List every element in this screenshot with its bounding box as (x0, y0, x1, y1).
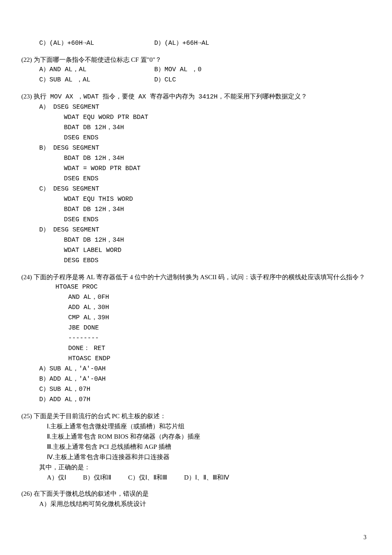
q24-code-l3: ADD AL，30H (21, 303, 371, 313)
q23-c-l4: DSEG ENDS (21, 215, 371, 225)
q22-opt-d: D）CLC (154, 75, 269, 85)
q21-opt-d: D）(AL）+66H→AL (154, 38, 269, 49)
page-number: 3 (363, 533, 366, 542)
q25-s4: Ⅳ.主板上通常包含串口连接器和并口连接器 (21, 452, 371, 462)
q25-number: (25) (21, 413, 32, 419)
q22-opt-c: C）SUB AL ，AL (39, 75, 154, 85)
q25-opt-c: C）仅Ⅰ、Ⅱ和Ⅲ (128, 472, 167, 483)
q26-stem: (26) 在下面关于微机总线的叙述中，错误的是 (21, 489, 371, 499)
q24-number: (24) (21, 274, 32, 280)
q25-s3: Ⅲ.主板上通常包含 PCI 总线插槽和 AGP 插槽 (21, 442, 371, 452)
q23-a-l4: DSEG ENDS (21, 133, 371, 143)
q25-s1: Ⅰ.主板上通常包含微处理插座（或插槽）和芯片组 (21, 421, 371, 431)
q23-d-l1: DESG SEGMENT (53, 226, 99, 234)
q23-c-label: C） (39, 185, 49, 193)
q23-b-l3: WDAT = WORD PTR BDAT (21, 164, 371, 174)
q26-text: 在下面关于微机总线的叙述中，错误的是 (34, 490, 149, 497)
q24-opt-b: B）ADD AL，'A'-0AH (21, 374, 371, 384)
q24-code-l8: HTOASC ENDP (21, 354, 371, 364)
q22-stem: (22) 为下面哪一条指令不能使进位标志 CF 置"0"？ (21, 55, 371, 65)
q23-text: 执行 MOV AX ，WDAT 指令，要使 AX 寄存器中内存为 3412H，不… (34, 93, 307, 101)
q25-text: 下面是关于目前流行的台式 PC 机主板的叙述： (34, 413, 166, 419)
q22-opt-b: B）MOV AL ，0 (154, 65, 269, 75)
q24-text: 下面的子程序是将 AL 寄存器低于 4 位中的十六进制转换为 ASCII 码，试… (34, 274, 366, 280)
q23-stem: (23) 执行 MOV AX ，WDAT 指令，要使 AX 寄存器中内存为 34… (21, 91, 371, 102)
q23-d-l4: DESG EBDS (21, 256, 371, 266)
q23-opt-b: B） DESG SEGMENT (21, 143, 371, 153)
q23-d-l3: WDAT LABEL WORD (21, 246, 371, 256)
q23-a-l2: WDAT EQU WORD PTR BDAT (21, 113, 371, 123)
question-22: (22) 为下面哪一条指令不能使进位标志 CF 置"0"？ A）AND AL，A… (21, 55, 371, 85)
q25-s2: Ⅱ.主板上通常包含 ROM BIOS 和存储器（内存条）插座 (21, 431, 371, 442)
q26-opt-a: A）采用总线结构可简化微机系统设计 (21, 499, 371, 509)
q22-text: 为下面哪一条指令不能使进位标志 CF 置"0"？ (34, 56, 162, 63)
q23-c-l1: DESG SEGMENT (53, 185, 99, 193)
q25-opt-b: B）仅Ⅰ和Ⅱ (83, 472, 111, 483)
q24-code-l7: DONE： RET (21, 344, 371, 354)
q25-opt-d: D）Ⅰ、Ⅱ、Ⅲ和Ⅳ (184, 472, 229, 483)
q23-d-l2: BDAT DB 12H，34H (21, 235, 371, 246)
q23-opt-a: A） DSEG SEGMENT (21, 102, 371, 113)
q24-stem: (24) 下面的子程序是将 AL 寄存器低于 4 位中的十六进制转换为 ASCI… (21, 272, 371, 282)
q23-a-l3: BDAT DB 12H，34H (21, 123, 371, 133)
q23-b-l1: DESG SEGMENT (53, 145, 99, 152)
q23-c-l3: BDAT DB 12H，34H (21, 205, 371, 215)
q24-opt-a: A）SUB AL，'A'-0AH (21, 364, 371, 374)
q24-code-l2: AND AL，0FH (21, 292, 371, 303)
q25-stem: (25) 下面是关于目前流行的台式 PC 机主板的叙述： (21, 411, 371, 421)
q23-b-l2: BDAT DB 12H，34H (21, 153, 371, 164)
question-24: (24) 下面的子程序是将 AL 寄存器低于 4 位中的十六进制转换为 ASCI… (21, 272, 371, 405)
question-23: (23) 执行 MOV AX ，WDAT 指令，要使 AX 寄存器中内存为 34… (21, 91, 371, 266)
q22-opt-a: A）AND AL，AL (39, 65, 154, 75)
q23-b-label: B） (39, 145, 49, 152)
q23-number: (23) (21, 93, 32, 100)
q23-d-label: D） (39, 226, 49, 234)
q22-row-cd: C）SUB AL ，AL D）CLC (21, 75, 371, 85)
q25-correct: 其中，正确的是： (21, 462, 371, 472)
q23-c-l2: WDAT EQU THIS WORD (21, 194, 371, 205)
question-26: (26) 在下面关于微机总线的叙述中，错误的是 A）采用总线结构可简化微机系统设… (21, 489, 371, 509)
q23-opt-d: D） DESG SEGMENT (21, 225, 371, 235)
q25-opt-a: A）仅Ⅰ (47, 472, 66, 483)
q24-code-l5: JBE DONE (21, 323, 371, 333)
q26-number: (26) (21, 490, 32, 497)
q24-opt-d: D）ADD AL，07H (21, 395, 371, 405)
question-25: (25) 下面是关于目前流行的台式 PC 机主板的叙述： Ⅰ.主板上通常包含微处… (21, 411, 371, 483)
q24-opt-c: C）SUB AL，07H (21, 384, 371, 395)
q22-row-ab: A）AND AL，AL B）MOV AL ，0 (21, 65, 371, 75)
q21-options-cd: C）(AL）+60H→AL D）(AL）+66H→AL (21, 38, 371, 49)
q21-opt-c: C）(AL）+60H→AL (39, 38, 154, 49)
q24-code-l6: -------- (21, 333, 371, 344)
q22-number: (22) (21, 56, 32, 63)
q23-opt-c: C） DESG SEGMENT (21, 184, 371, 194)
q23-b-l4: DSEG ENDS (21, 174, 371, 184)
q25-options: A）仅Ⅰ B）仅Ⅰ和Ⅱ C）仅Ⅰ、Ⅱ和Ⅲ D）Ⅰ、Ⅱ、Ⅲ和Ⅳ (21, 472, 371, 483)
q23-a-label: A） (39, 104, 49, 111)
q23-a-l1: DSEG SEGMENT (53, 104, 99, 111)
q24-code-l1: HTOASE PROC (21, 282, 371, 292)
q24-code-l4: CMP AL，39H (21, 313, 371, 323)
